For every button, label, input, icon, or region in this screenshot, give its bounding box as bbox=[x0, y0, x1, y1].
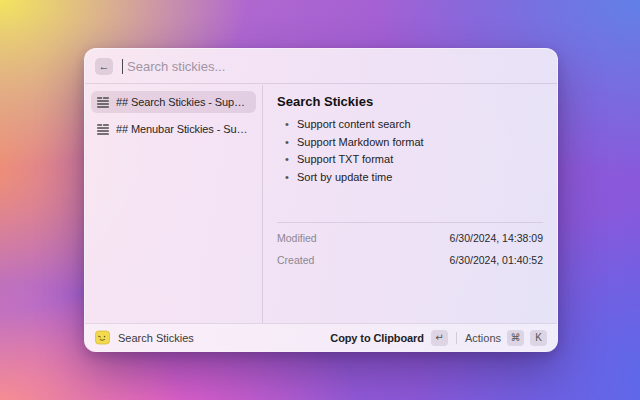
metadata-label: Modified bbox=[277, 232, 317, 244]
footer-separator bbox=[456, 332, 457, 344]
text-lines-icon bbox=[97, 123, 109, 135]
command-keycap: ⌘ bbox=[507, 330, 524, 346]
detail-panel: Search Stickies Support content search S… bbox=[263, 85, 557, 323]
copy-to-clipboard-button[interactable]: Copy to Clipboard ↵ bbox=[330, 330, 448, 346]
text-lines-icon bbox=[97, 96, 109, 108]
list-item-label: ## Menubar Stickies - Support... bbox=[116, 123, 250, 135]
k-keycap: K bbox=[530, 330, 547, 346]
list-item-label: ## Search Stickies - Support ... bbox=[116, 96, 250, 108]
copy-to-clipboard-label: Copy to Clipboard bbox=[330, 332, 424, 344]
metadata-section: Modified 6/30/2024, 14:38:09 Created 6/3… bbox=[277, 222, 543, 266]
metadata-label: Created bbox=[277, 254, 314, 266]
search-input[interactable] bbox=[127, 59, 547, 74]
desktop-background: ← bbox=[0, 0, 640, 400]
metadata-value: 6/30/2024, 01:40:52 bbox=[450, 254, 543, 266]
footer-bar: Search Stickies Copy to Clipboard ↵ Acti… bbox=[85, 323, 557, 351]
text-caret bbox=[122, 59, 123, 74]
content-area: ## Search Stickies - Support ... bbox=[85, 85, 557, 323]
actions-button[interactable]: Actions ⌘ K bbox=[465, 330, 547, 346]
metadata-row-created: Created 6/30/2024, 01:40:52 bbox=[277, 254, 543, 266]
launcher-window: ← bbox=[84, 48, 558, 352]
footer-app: Search Stickies bbox=[95, 330, 194, 345]
search-bar: ← bbox=[85, 49, 557, 84]
list-item-menubar-stickies[interactable]: ## Menubar Stickies - Support... bbox=[91, 118, 256, 140]
metadata-value: 6/30/2024, 14:38:09 bbox=[450, 232, 543, 244]
metadata-row-modified: Modified 6/30/2024, 14:38:09 bbox=[277, 232, 543, 244]
bullet-item: Support Markdown format bbox=[277, 137, 543, 148]
bullet-item: Support content search bbox=[277, 119, 543, 130]
note-title: Search Stickies bbox=[277, 94, 543, 109]
back-button[interactable]: ← bbox=[95, 58, 113, 75]
bullet-item: Support TXT format bbox=[277, 154, 543, 165]
sticky-note-icon bbox=[95, 330, 110, 345]
bullet-item: Sort by update time bbox=[277, 172, 543, 183]
results-list: ## Search Stickies - Support ... bbox=[85, 85, 263, 323]
arrow-left-icon: ← bbox=[99, 61, 110, 72]
bullet-list: Support content search Support Markdown … bbox=[277, 119, 543, 183]
app-name: Search Stickies bbox=[118, 332, 194, 344]
actions-label: Actions bbox=[465, 332, 501, 344]
enter-keycap: ↵ bbox=[431, 330, 448, 346]
footer-actions: Copy to Clipboard ↵ Actions ⌘ K bbox=[330, 330, 547, 346]
list-item-search-stickies[interactable]: ## Search Stickies - Support ... bbox=[91, 91, 256, 113]
